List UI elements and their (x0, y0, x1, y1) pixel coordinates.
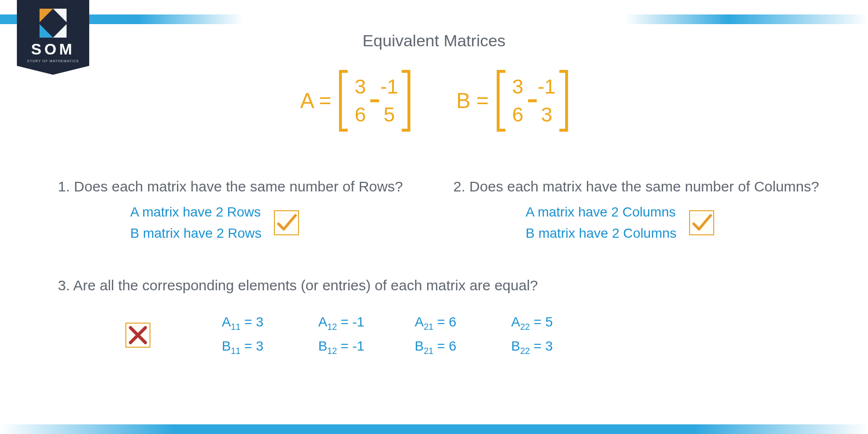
q2-answer-a: A matrix have 2 Columns (526, 202, 677, 223)
logo-subtitle: STORY OF MATHEMATICS (27, 59, 79, 63)
matrix-a-bracket: 3 -1 6 5 (339, 70, 410, 132)
question-1-text: 1. Does each matrix have the same number… (58, 178, 403, 195)
matrix-a: A = 3 -1 6 5 (300, 70, 410, 132)
matrix-b: B = 3 -1 6 3 (456, 70, 568, 132)
matrix-a-label: A = (300, 89, 331, 113)
elem-a22: A22 = 5 (511, 314, 569, 332)
top-accent-bar (0, 14, 868, 24)
q1-result-check-icon (274, 210, 299, 235)
matrix-b-label: B = (456, 89, 488, 113)
matrix-a-cell-11: 3 (355, 75, 366, 98)
page-title: Equivalent Matrices (0, 31, 868, 50)
matrix-a-cell-22: 5 (384, 103, 395, 126)
elem-b12: B12 = -1 (318, 339, 415, 356)
q1-answer-a: A matrix have 2 Rows (130, 202, 261, 223)
matrix-b-cell-11: 3 (512, 75, 523, 98)
matrix-b-cell-12: -1 (538, 75, 556, 98)
matrix-b-cell-21: 6 (512, 103, 523, 126)
matrix-a-cell-21: 6 (355, 103, 366, 126)
elem-b11: B11 = 3 (222, 339, 318, 356)
matrix-a-cell-12: -1 (380, 75, 398, 98)
elem-b21: B21 = 6 (415, 339, 511, 356)
question-2: 2. Does each matrix have the same number… (453, 178, 819, 244)
q1-answer-b: B matrix have 2 Rows (130, 223, 261, 244)
matrices-row: A = 3 -1 6 5 B = 3 -1 6 3 (0, 70, 868, 132)
question-3-text: 3. Are all the corresponding elements (o… (58, 277, 829, 294)
q2-answer-b: B matrix have 2 Columns (526, 223, 677, 244)
matrix-b-bracket: 3 -1 6 3 (497, 70, 568, 132)
bottom-accent-bar (0, 424, 868, 434)
matrix-b-cell-22: 3 (541, 103, 552, 126)
elem-a12: A12 = -1 (318, 314, 415, 332)
question-1: 1. Does each matrix have the same number… (58, 178, 403, 244)
elem-b22: B22 = 3 (511, 339, 569, 356)
elem-a11: A11 = 3 (222, 314, 318, 332)
question-3: 3. Are all the corresponding elements (o… (58, 277, 829, 359)
q2-result-check-icon (689, 210, 714, 235)
question-2-text: 2. Does each matrix have the same number… (453, 178, 819, 195)
q3-result-cross-icon (125, 323, 150, 348)
elem-a21: A21 = 6 (415, 314, 511, 332)
